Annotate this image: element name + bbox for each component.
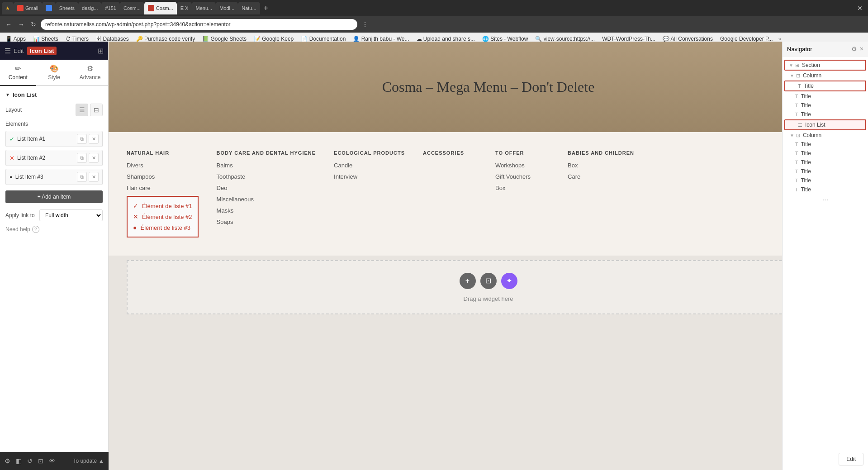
nav-title-2[interactable]: T Title <box>783 92 868 101</box>
natural-hair-care[interactable]: Hair care <box>127 185 199 191</box>
nav-title-6-label: Title <box>801 150 811 157</box>
tab-cosm[interactable]: Cosm... <box>120 2 144 14</box>
icon-list-section-title: ▼ Icon List <box>5 91 103 98</box>
new-tab-button[interactable]: + <box>260 4 272 13</box>
list-item-2-duplicate-button[interactable]: ⧉ <box>77 153 87 163</box>
history-icon[interactable]: ↺ <box>27 457 33 465</box>
tab-style[interactable]: 🎨 Style <box>36 60 72 85</box>
list-item-3-circle-icon: ● <box>9 174 13 180</box>
nav-section[interactable]: ▼ ⊞ Section <box>784 60 866 71</box>
icon-list-item-2: ✕ Élément de liste #2 <box>133 211 192 222</box>
body-care-misc[interactable]: Miscellaneous <box>217 196 316 203</box>
hamburger-icon[interactable]: ☰ <box>5 47 11 55</box>
babies-box[interactable]: Box <box>568 162 634 169</box>
layers-icon[interactable]: ◧ <box>16 457 22 465</box>
nav-title-8[interactable]: T Title <box>783 167 868 176</box>
col2-icon: ⊡ <box>796 133 800 138</box>
body-care-balms[interactable]: Balms <box>217 162 316 169</box>
to-offer-gift[interactable]: Gift Vouchers <box>495 173 550 180</box>
natural-hair-header: NATURAL HAIR <box>127 150 199 156</box>
bookmarks-more[interactable]: » <box>778 36 782 42</box>
forward-button[interactable]: → <box>16 20 26 29</box>
need-help-icon[interactable]: ? <box>32 226 39 233</box>
tab-151[interactable]: #151 <box>101 2 119 14</box>
style-icon: 🎨 <box>50 64 59 73</box>
tab-desig[interactable]: desig... <box>78 2 101 14</box>
tab-advance-label: Advance <box>80 74 101 81</box>
list-item-2-text: List Item #2 <box>17 155 74 161</box>
panel-grid-icon[interactable]: ⊞ <box>98 47 104 55</box>
eye-icon[interactable]: 👁 <box>49 457 55 465</box>
tab-g[interactable] <box>42 2 56 14</box>
nav-column-2[interactable]: ▼ ⊡ Column <box>783 131 868 140</box>
add-item-button[interactable]: + Add an item <box>5 190 103 203</box>
move-section-button[interactable]: ✦ <box>501 273 517 289</box>
navigator-edit-button[interactable]: Edit <box>839 453 863 465</box>
settings-icon[interactable]: ⚙ <box>5 457 10 465</box>
nav-title-5[interactable]: T Title <box>783 140 868 149</box>
update-button[interactable]: To update ▲ <box>73 458 104 464</box>
nav-column-1[interactable]: ▼ ⊡ Column <box>783 71 868 80</box>
nav-title-9-label: Title <box>801 177 811 184</box>
nav-title-3[interactable]: T Title <box>783 101 868 110</box>
layout-buttons: ☰ ⊟ <box>76 104 103 116</box>
to-offer-box[interactable]: Box <box>495 185 550 191</box>
pages-icon[interactable]: ⊡ <box>38 457 43 465</box>
update-arrow-icon: ▲ <box>99 458 104 464</box>
nav-title-10[interactable]: T Title <box>783 185 868 194</box>
edit-label: Edit <box>14 47 24 54</box>
list-item-3-delete-button[interactable]: ✕ <box>89 172 99 182</box>
list-item-1-delete-button[interactable]: ✕ <box>89 134 99 144</box>
natural-hair-divers[interactable]: Divers <box>127 162 199 169</box>
nav-title-9[interactable]: T Title <box>783 176 868 185</box>
body-care-soaps[interactable]: Soaps <box>217 218 316 225</box>
panel-title: Edit Icon List <box>14 47 57 54</box>
natural-hair-shampoos[interactable]: Shampoos <box>127 173 199 180</box>
apply-link-row: Apply link to Full width Item only <box>5 209 103 221</box>
nav-title-1[interactable]: T Title <box>784 81 866 91</box>
nav-icon-list[interactable]: ☰ Icon List <box>784 119 866 130</box>
close-window-button[interactable]: ✕ <box>854 5 866 12</box>
layout-inline-button[interactable]: ⊟ <box>90 104 103 116</box>
tab-active[interactable]: Cosm... <box>144 2 177 14</box>
ecological-candle[interactable]: Candle <box>334 162 405 169</box>
apply-link-select[interactable]: Full width Item only <box>39 209 103 221</box>
nav-title-8-label: Title <box>801 168 811 175</box>
reload-button[interactable]: ↻ <box>29 20 38 29</box>
body-care-toothpaste[interactable]: Toothpaste <box>217 173 316 180</box>
tab-gmail[interactable]: Gmail <box>14 2 42 14</box>
tab-sheets[interactable]: Sheets <box>56 2 78 14</box>
list-item-3-duplicate-button[interactable]: ⧉ <box>77 172 87 182</box>
tab-advance[interactable]: ⚙ Advance <box>72 60 108 85</box>
layout-list-button[interactable]: ☰ <box>76 104 88 116</box>
navigator-settings-icon[interactable]: ⚙ <box>851 45 857 52</box>
add-widget-button[interactable]: + <box>460 273 476 289</box>
tab-content[interactable]: ✏ Content <box>0 60 36 86</box>
add-template-button[interactable]: ⊡ <box>480 273 497 289</box>
title-8-icon: T <box>795 169 798 174</box>
nav-title-6[interactable]: T Title <box>783 149 868 158</box>
extensions-button[interactable]: ⋮ <box>360 20 370 29</box>
title-7-icon: T <box>795 160 798 165</box>
address-bar[interactable]: refonte.naturameliss.com/wp-admin/post.p… <box>41 19 357 30</box>
back-button[interactable]: ← <box>4 20 14 29</box>
tab-modi[interactable]: Modi... <box>216 2 238 14</box>
empty-section-actions: + ⊡ ✦ <box>460 273 517 289</box>
tab-menu[interactable]: Menu... <box>192 2 216 14</box>
nav-title-4[interactable]: T Title <box>783 110 868 119</box>
title-9-icon: T <box>795 178 798 183</box>
icon-list-item-1-text: Élément de liste #1 <box>142 203 192 209</box>
list-item-2-delete-button[interactable]: ✕ <box>89 153 99 163</box>
navigator-close-button[interactable]: × <box>860 45 863 52</box>
to-offer-workshops[interactable]: Workshops <box>495 162 550 169</box>
tab-ex[interactable]: E X <box>177 2 192 14</box>
browser-tabs: ★ Gmail Sheets desig... #151 Cosm... Cos… <box>0 0 868 16</box>
body-care-masks[interactable]: Masks <box>217 207 316 214</box>
list-item-1-duplicate-button[interactable]: ⧉ <box>77 134 87 144</box>
babies-care[interactable]: Care <box>568 173 634 180</box>
body-care-deo[interactable]: Deo <box>217 185 316 191</box>
tab-natu[interactable]: Natu... <box>238 2 260 14</box>
tab-star[interactable]: ★ <box>2 2 14 14</box>
nav-title-7[interactable]: T Title <box>783 158 868 167</box>
ecological-interview[interactable]: Interview <box>334 173 405 180</box>
